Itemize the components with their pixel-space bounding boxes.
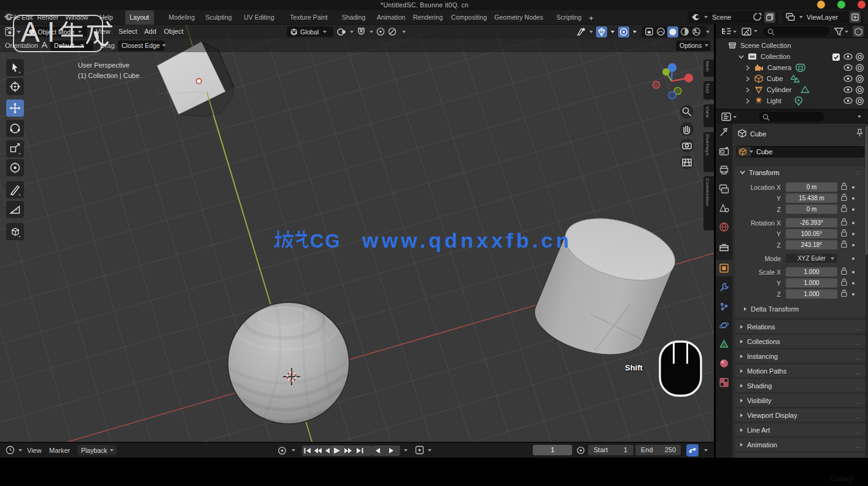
svg-text:CG: CG (310, 230, 341, 252)
svg-text:www.qdnxxfb.cn: www.qdnxxfb.cn (362, 229, 572, 252)
